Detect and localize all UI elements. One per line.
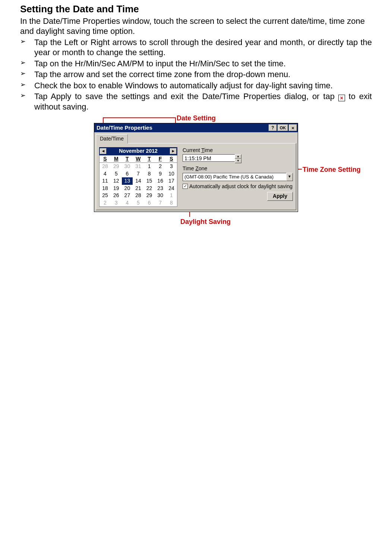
section-heading: Setting the Date and Time bbox=[20, 3, 372, 15]
calendar-day[interactable]: 1 bbox=[166, 192, 177, 199]
calendar-day[interactable]: 6 bbox=[144, 199, 155, 207]
current-time-label: Current Time bbox=[183, 147, 293, 154]
tab-strip: Date/Time bbox=[94, 132, 298, 143]
calendar-grid[interactable]: SMTWTFS 28293031123456789101112131415161… bbox=[99, 155, 177, 207]
dialog-title: Date/Time Properties bbox=[97, 124, 268, 132]
close-button[interactable]: × bbox=[289, 124, 297, 131]
calendar-day[interactable]: 12 bbox=[111, 177, 122, 185]
bullet-marker-icon: ➢ bbox=[20, 80, 26, 89]
timezone-value[interactable]: (GMT-08:00) Pacific Time (US & Canada) bbox=[183, 173, 286, 181]
bullet-marker-icon: ➢ bbox=[20, 69, 26, 78]
weekday-header: M bbox=[111, 155, 122, 163]
calendar-day[interactable]: 7 bbox=[155, 199, 166, 207]
month-label[interactable]: November 2012 bbox=[119, 148, 158, 155]
calendar-day[interactable]: 27 bbox=[122, 192, 133, 199]
calendar-day[interactable]: 26 bbox=[111, 192, 122, 199]
dropdown-icon[interactable]: ▼ bbox=[286, 173, 293, 181]
calendar-day[interactable]: 5 bbox=[111, 170, 122, 178]
tab-datetime[interactable]: Date/Time bbox=[96, 134, 128, 143]
calendar-day[interactable]: 4 bbox=[122, 199, 133, 207]
calendar-panel: ◄ November 2012 ► SMTWTFS 28293031123456… bbox=[99, 147, 177, 207]
dst-checkbox[interactable]: ✓ bbox=[183, 184, 188, 189]
timezone-combo[interactable]: (GMT-08:00) Pacific Time (US & Canada) ▼ bbox=[183, 173, 293, 181]
bullet-marker-icon: ➢ bbox=[20, 91, 26, 100]
calendar-day[interactable]: 11 bbox=[99, 177, 111, 185]
help-button[interactable]: ? bbox=[269, 124, 277, 131]
time-down-icon[interactable]: ▼ bbox=[235, 159, 241, 163]
tab-content: ◄ November 2012 ► SMTWTFS 28293031123456… bbox=[96, 143, 296, 211]
annotated-screenshot: Date Setting Time Setting Time Zone Sett… bbox=[20, 114, 372, 233]
calendar-day[interactable]: 24 bbox=[166, 185, 177, 192]
settings-panel: Current Time 1:15:19 PM ▲ ▼ Time Zone bbox=[183, 147, 293, 207]
calendar-day[interactable]: 8 bbox=[166, 199, 177, 207]
callout-zone: Time Zone Setting bbox=[303, 165, 361, 174]
calendar-day[interactable]: 9 bbox=[155, 170, 166, 178]
calendar-day[interactable]: 7 bbox=[133, 170, 144, 178]
bullet-marker-icon: ➢ bbox=[20, 58, 26, 67]
intro-text: In the Date/Time Properties window, touc… bbox=[20, 16, 372, 37]
calendar-day[interactable]: 30 bbox=[122, 163, 133, 170]
month-bar: ◄ November 2012 ► bbox=[99, 147, 177, 155]
datetime-dialog: Date/Time Properties ? OK × Date/Time ◄ … bbox=[94, 123, 298, 212]
calendar-day[interactable]: 31 bbox=[133, 163, 144, 170]
weekday-header: S bbox=[99, 155, 111, 163]
calendar-day[interactable]: 2 bbox=[155, 163, 166, 170]
bullet-marker-icon: ➢ bbox=[20, 37, 26, 46]
prev-month-button[interactable]: ◄ bbox=[100, 148, 107, 154]
calendar-day[interactable]: 28 bbox=[133, 192, 144, 199]
time-spinner[interactable]: 1:15:19 PM ▲ ▼ bbox=[183, 154, 241, 163]
instruction-item: ➢Tap the arrow and set the correct time … bbox=[20, 69, 372, 80]
calendar-day[interactable]: 17 bbox=[166, 177, 177, 185]
calendar-day[interactable]: 10 bbox=[166, 170, 177, 178]
calendar-day[interactable]: 23 bbox=[155, 185, 166, 192]
weekday-header: T bbox=[144, 155, 155, 163]
calendar-day[interactable]: 2 bbox=[99, 199, 111, 207]
instruction-item: ➢Tap the Left or Right arrows to scroll … bbox=[20, 37, 372, 58]
weekday-header: F bbox=[155, 155, 166, 163]
close-icon: × bbox=[338, 95, 345, 101]
calendar-day[interactable]: 16 bbox=[155, 177, 166, 185]
titlebar: Date/Time Properties ? OK × bbox=[94, 123, 298, 132]
instruction-item: ➢Tap Apply to save the settings and exit… bbox=[20, 91, 372, 112]
calendar-day[interactable]: 29 bbox=[111, 163, 122, 170]
time-up-icon[interactable]: ▲ bbox=[235, 154, 241, 159]
calendar-day[interactable]: 20 bbox=[122, 185, 133, 192]
instruction-item: ➢Tap on the Hr/Min/Sec AM/PM to input th… bbox=[20, 58, 372, 69]
calendar-day[interactable]: 1 bbox=[144, 163, 155, 170]
calendar-day[interactable]: 21 bbox=[133, 185, 144, 192]
calendar-day[interactable]: 8 bbox=[144, 170, 155, 178]
calendar-day[interactable]: 30 bbox=[155, 192, 166, 199]
time-value[interactable]: 1:15:19 PM bbox=[183, 154, 235, 162]
callout-date: Date Setting bbox=[177, 114, 216, 123]
calendar-day[interactable]: 6 bbox=[122, 170, 133, 178]
calendar-day[interactable]: 14 bbox=[133, 177, 144, 185]
ok-button[interactable]: OK bbox=[278, 124, 288, 131]
calendar-day[interactable]: 3 bbox=[166, 163, 177, 170]
calendar-day[interactable]: 22 bbox=[144, 185, 155, 192]
calendar-day[interactable]: 15 bbox=[144, 177, 155, 185]
calendar-day[interactable]: 19 bbox=[111, 185, 122, 192]
next-month-button[interactable]: ► bbox=[170, 148, 177, 154]
instruction-list: ➢Tap the Left or Right arrows to scroll … bbox=[20, 37, 372, 112]
calendar-day[interactable]: 28 bbox=[99, 163, 111, 170]
weekday-header: S bbox=[166, 155, 177, 163]
callout-dst: Daylight Saving bbox=[180, 218, 231, 226]
dst-label: Automatically adjust clock for daylight … bbox=[189, 183, 293, 190]
apply-button[interactable]: Apply bbox=[267, 192, 293, 201]
timezone-label: Time Zone bbox=[183, 165, 293, 172]
calendar-day[interactable]: 3 bbox=[111, 199, 122, 207]
calendar-day[interactable]: 25 bbox=[99, 192, 111, 199]
calendar-day[interactable]: 4 bbox=[99, 170, 111, 178]
calendar-day[interactable]: 18 bbox=[99, 185, 111, 192]
weekday-header: W bbox=[133, 155, 144, 163]
calendar-day[interactable]: 13 bbox=[122, 177, 133, 185]
instruction-item: ➢Check the box to enable Windows to auto… bbox=[20, 80, 372, 91]
calendar-day[interactable]: 29 bbox=[144, 192, 155, 199]
weekday-header: T bbox=[122, 155, 133, 163]
calendar-day[interactable]: 5 bbox=[133, 199, 144, 207]
